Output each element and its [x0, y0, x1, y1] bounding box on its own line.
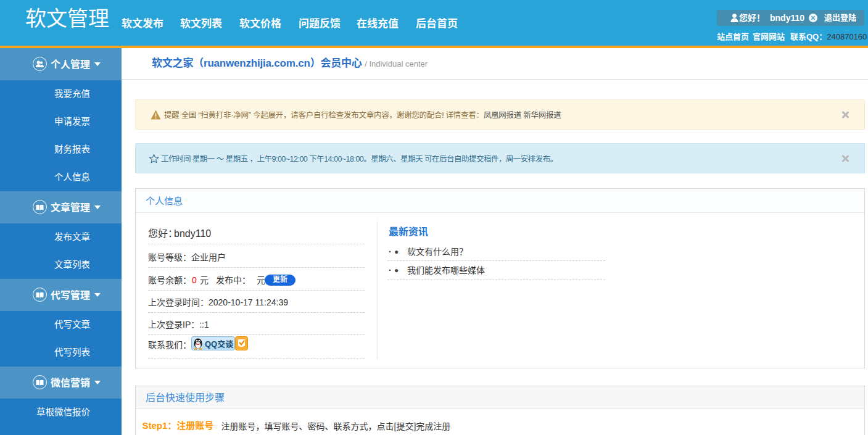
svg-text:QQ交谈: QQ交谈 [205, 339, 233, 349]
